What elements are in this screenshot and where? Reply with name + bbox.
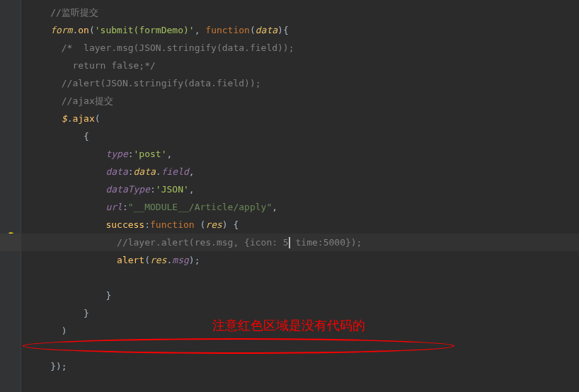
code-line: //ajax提交 [21, 92, 579, 110]
code-line: form.on('submit(formDemo)', function(dat… [21, 21, 579, 39]
code-line: /* layer.msg(JSON.stringify(data.field))… [21, 39, 579, 57]
editor-gutter: 💡 [0, 0, 21, 392]
code-line: $.ajax( [21, 110, 579, 127]
code-line: //alert(JSON.stringify(data.field)); [21, 74, 579, 92]
code-line: data:data.field, [21, 163, 579, 180]
code-line: }); [21, 357, 579, 375]
code-line: type:'post', [21, 145, 579, 163]
code-line [21, 269, 579, 287]
annotation-text: 注意红色区域是没有代码的 [212, 317, 365, 334]
code-line-active: //layer.alert(res.msg, {icon: 5 time:500… [21, 234, 579, 251]
code-line: success:function (res) { [21, 216, 579, 234]
comment-text: //监听提交 [50, 7, 98, 18]
code-line: { [21, 127, 579, 145]
code-line: dataType:'JSON', [21, 180, 579, 198]
code-line: url:"__MODULE__/Article/apply", [21, 198, 579, 216]
annotation-ellipse [23, 338, 454, 354]
code-line: return false;*/ [21, 57, 579, 74]
code-line: alert(res.msg); [21, 251, 579, 269]
code-line: } [21, 287, 579, 304]
text-cursor [289, 237, 290, 248]
code-line: //监听提交 [21, 4, 579, 21]
